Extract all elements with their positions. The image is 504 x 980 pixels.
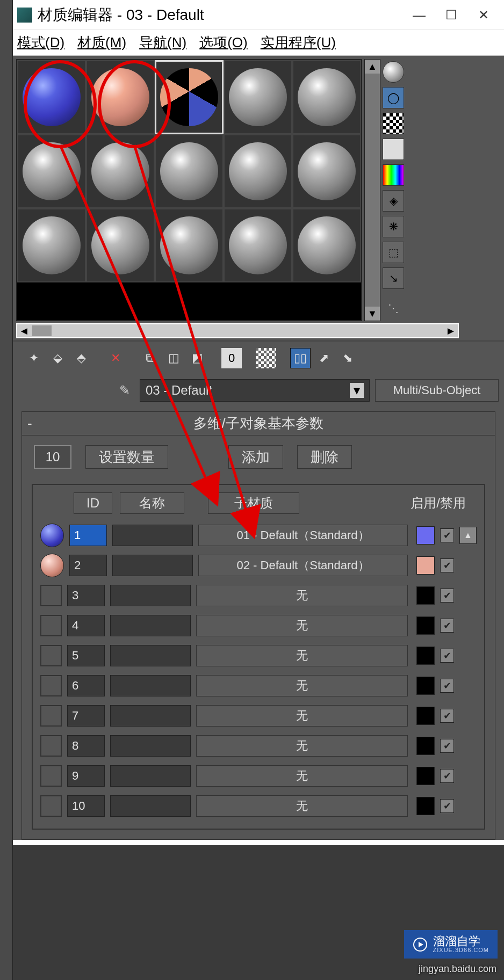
row-submaterial-button[interactable]: 无	[196, 795, 408, 817]
row-name-field[interactable]	[112, 555, 193, 576]
row-enable-checkbox[interactable]: ✔	[440, 619, 454, 633]
sample-slot-7[interactable]	[86, 134, 155, 208]
row-swatch-icon[interactable]	[40, 675, 62, 696]
go-to-parent-icon[interactable]: ⬈	[314, 348, 334, 368]
maximize-button[interactable]: ☐	[435, 4, 467, 26]
menu-navigate[interactable]: 导航(N)	[139, 33, 186, 52]
sample-slot-2[interactable]	[86, 60, 155, 134]
row-submaterial-button[interactable]: 无	[196, 765, 408, 787]
row-swatch-icon[interactable]	[40, 585, 62, 606]
row-submaterial-button[interactable]: 无	[196, 585, 408, 606]
material-name-dropdown[interactable]: 03 - Default ▾	[140, 379, 370, 402]
eyedropper-icon[interactable]: ✎	[115, 381, 134, 400]
get-material-icon[interactable]: ✦	[24, 348, 44, 368]
go-forward-icon[interactable]: ⬊	[337, 348, 358, 368]
row-color-swatch[interactable]	[416, 556, 435, 575]
row-enable-checkbox[interactable]: ✔	[440, 739, 454, 753]
row-name-field[interactable]	[110, 615, 191, 636]
sample-vscroll[interactable]: ▲ ▼	[364, 59, 380, 321]
row-color-swatch[interactable]	[416, 647, 435, 665]
row-enable-checkbox[interactable]: ✔	[440, 679, 454, 693]
sample-slot-11[interactable]	[17, 208, 86, 282]
menu-utilities[interactable]: 实用程序(U)	[261, 33, 336, 52]
row-swatch-icon[interactable]	[40, 645, 62, 666]
row-submaterial-button[interactable]: 无	[196, 675, 408, 696]
row-id-field[interactable]: 4	[67, 615, 105, 636]
sample-slot-6[interactable]	[17, 134, 86, 208]
add-button[interactable]: 添加	[228, 445, 283, 469]
row-name-field[interactable]	[110, 765, 191, 787]
row-swatch-icon[interactable]	[40, 554, 64, 577]
row-swatch-icon[interactable]	[40, 524, 64, 547]
scroll-right-icon[interactable]: ►	[444, 325, 458, 337]
row-submaterial-button[interactable]: 无	[196, 735, 408, 757]
sample-slot-14[interactable]	[224, 208, 292, 282]
menu-material[interactable]: 材质(M)	[77, 33, 126, 52]
row-enable-checkbox[interactable]: ✔	[440, 589, 454, 602]
row-name-field[interactable]	[110, 735, 191, 757]
row-enable-checkbox[interactable]: ✔	[440, 558, 454, 572]
show-in-viewport-icon[interactable]	[256, 348, 276, 368]
scroll-thumb[interactable]	[32, 325, 52, 336]
scroll-track[interactable]	[365, 74, 380, 307]
row-swatch-icon[interactable]	[40, 615, 62, 636]
row-swatch-icon[interactable]	[40, 795, 62, 817]
sample-slot-4[interactable]	[224, 60, 292, 134]
show-end-result-icon[interactable]: ▯▯	[290, 348, 311, 368]
row-enable-checkbox[interactable]: ✔	[440, 649, 454, 663]
delete-button[interactable]: 删除	[297, 445, 352, 469]
row-submaterial-button[interactable]: 无	[196, 705, 408, 727]
make-unique-icon[interactable]: ◫	[163, 348, 184, 368]
row-color-swatch[interactable]	[416, 526, 435, 545]
row-name-field[interactable]	[112, 525, 193, 546]
row-enable-checkbox[interactable]: ✔	[440, 799, 454, 813]
reset-map-icon[interactable]: ✕	[105, 348, 126, 368]
header-submat-button[interactable]: 子材质	[208, 492, 299, 514]
row-name-field[interactable]	[110, 705, 191, 727]
row-color-swatch[interactable]	[416, 767, 435, 785]
sample-slot-13[interactable]	[155, 208, 224, 282]
sample-slot-12[interactable]	[86, 208, 155, 282]
row-color-swatch[interactable]	[416, 797, 435, 815]
scroll-down-icon[interactable]: ▼	[365, 307, 380, 321]
row-name-field[interactable]	[110, 675, 191, 696]
row-id-field[interactable]: 5	[67, 645, 105, 666]
row-id-field[interactable]: 8	[67, 735, 105, 757]
select-by-mat-icon[interactable]: ⬚	[383, 242, 404, 263]
row-color-swatch[interactable]	[416, 677, 435, 695]
sample-slot-15[interactable]	[292, 208, 361, 282]
row-color-swatch[interactable]	[416, 586, 435, 605]
sample-hscroll[interactable]: ◄ ►	[16, 323, 459, 338]
make-copy-icon[interactable]: ⧉	[140, 348, 160, 368]
row-swatch-icon[interactable]	[40, 735, 62, 757]
background-icon[interactable]	[383, 113, 404, 134]
row-enable-checkbox[interactable]: ✔	[440, 709, 454, 723]
assign-to-selection-icon[interactable]: ⬘	[71, 348, 91, 368]
sample-slot-3[interactable]	[155, 60, 224, 134]
row-id-field[interactable]: 2	[69, 555, 107, 576]
sample-slot-10[interactable]	[292, 134, 361, 208]
row-id-field[interactable]: 7	[67, 705, 105, 727]
sample-slot-1[interactable]	[17, 60, 86, 134]
row-color-swatch[interactable]	[416, 616, 435, 635]
row-name-field[interactable]	[110, 645, 191, 666]
row-color-swatch[interactable]	[416, 707, 435, 725]
sample-slot-8[interactable]	[155, 134, 224, 208]
backlight-icon[interactable]: ◯	[383, 87, 404, 108]
row-enable-checkbox[interactable]: ✔	[440, 528, 454, 542]
row-submaterial-button[interactable]: 无	[196, 615, 408, 636]
menu-options[interactable]: 选项(O)	[199, 33, 248, 52]
row-submaterial-button[interactable]: 无	[196, 645, 408, 666]
rollout-header[interactable]: - 多维/子对象基本参数	[22, 412, 495, 435]
header-id-button[interactable]: ID	[74, 492, 112, 514]
menu-mode[interactable]: 模式(D)	[17, 33, 64, 52]
row-swatch-icon[interactable]	[40, 765, 62, 787]
row-id-field[interactable]: 3	[67, 585, 105, 606]
list-scroll-up-icon[interactable]: ▲	[459, 527, 477, 544]
sample-uv-icon[interactable]	[383, 139, 404, 160]
row-color-swatch[interactable]	[416, 737, 435, 755]
row-swatch-icon[interactable]	[40, 705, 62, 727]
row-id-field[interactable]: 9	[67, 765, 105, 787]
set-count-button[interactable]: 设置数量	[85, 445, 168, 469]
row-enable-checkbox[interactable]: ✔	[440, 769, 454, 783]
